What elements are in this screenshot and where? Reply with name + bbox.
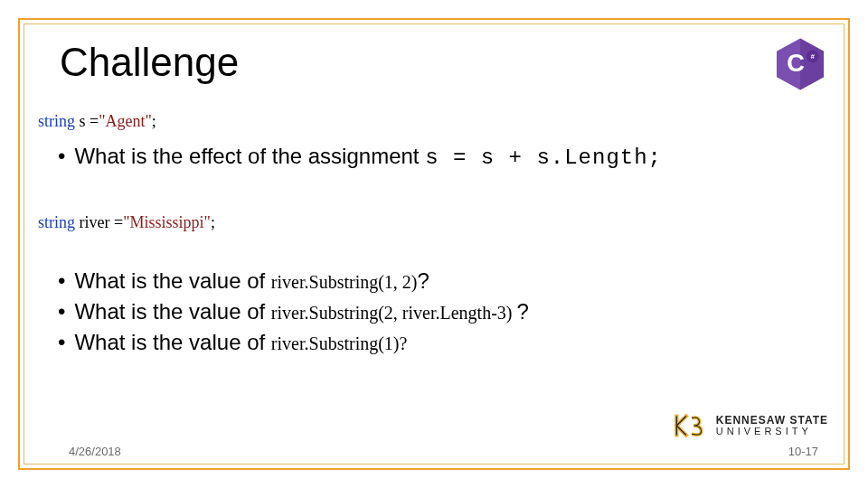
bullet-text: What is the value of	[74, 330, 270, 354]
keyword-string: string	[38, 112, 75, 130]
code-inline: river.Substring(1, 2)	[271, 272, 418, 292]
bullet-4: • What is the value of river.Substring(1…	[58, 330, 830, 355]
csharp-logo-icon: C #	[772, 36, 828, 92]
code-text: river =	[75, 213, 123, 231]
bullet-2: • What is the value of river.Substring(1…	[58, 268, 830, 294]
ksu-logo: KENNESAW STATE UNIVERSITY	[671, 407, 828, 445]
bullet-dot: •	[58, 299, 65, 324]
bullet-3: • What is the value of river.Substring(2…	[58, 299, 830, 324]
bullet-text: ?	[516, 299, 528, 324]
ksu-text: KENNESAW STATE UNIVERSITY	[716, 415, 828, 436]
string-literal: "Mississippi"	[123, 213, 211, 231]
bullet-text: ?	[418, 268, 429, 293]
code-line-2: string river ="Mississippi";	[38, 213, 830, 232]
bullet-text: What is the effect of the assignment	[74, 144, 425, 168]
code-text: ;	[211, 213, 215, 231]
slide: Challenge C # string s ="Agent"; • What …	[0, 0, 868, 488]
svg-text:#: #	[810, 52, 815, 61]
string-literal: "Agent"	[99, 112, 152, 130]
code-text: s =	[75, 112, 99, 130]
bullet-dot: •	[58, 330, 65, 355]
content-area: string s ="Agent"; • What is the effect …	[38, 107, 830, 361]
slide-title: Challenge	[60, 40, 239, 85]
code-line-1: string s ="Agent";	[38, 112, 830, 131]
bullet-dot: •	[58, 144, 65, 169]
ksu-name-line2: UNIVERSITY	[716, 427, 828, 437]
bullet-dot: •	[58, 268, 65, 294]
footer-page: 10-17	[788, 445, 818, 458]
code-inline: s = s + s.Length;	[425, 145, 662, 170]
footer-date: 4/26/2018	[69, 445, 121, 458]
code-text: ;	[152, 112, 156, 130]
svg-text:C: C	[787, 49, 805, 77]
code-inline: river.Substring(2, river.Length-3)	[271, 303, 517, 323]
keyword-string: string	[38, 213, 75, 231]
bullet-text: What is the value of	[74, 268, 270, 293]
bullet-1: • What is the effect of the assignment s…	[58, 144, 830, 170]
ksu-mark-icon	[671, 407, 709, 445]
code-inline: river.Substring(1)?	[271, 333, 408, 353]
ksu-name-line1: KENNESAW STATE	[716, 415, 828, 427]
bullet-text: What is the value of	[74, 299, 270, 324]
